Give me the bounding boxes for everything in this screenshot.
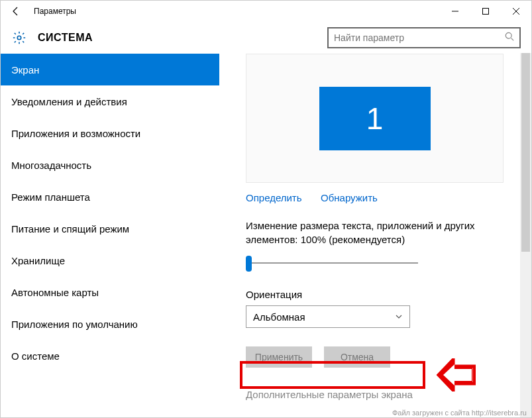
sidebar-item-label: Питание и спящий режим (11, 223, 129, 235)
sidebar-item-tablet[interactable]: Режим планшета (1, 181, 219, 213)
back-button[interactable] (6, 1, 26, 21)
sidebar-item-notifications[interactable]: Уведомления и действия (1, 85, 219, 117)
cancel-button: Отмена (324, 346, 390, 368)
sidebar-item-label: Уведомления и действия (11, 96, 127, 107)
header: СИСТЕМА (1, 22, 531, 54)
titlebar: Параметры (1, 1, 531, 22)
sidebar: Экран Уведомления и действия Приложения … (1, 54, 219, 417)
gear-icon (11, 30, 27, 46)
display-preview[interactable]: 1 (246, 54, 504, 183)
sidebar-item-label: Многозадачность (11, 160, 91, 171)
minimize-button[interactable] (440, 1, 470, 21)
sidebar-item-maps[interactable]: Автономные карты (1, 276, 219, 308)
sidebar-item-label: О системе (11, 350, 60, 362)
sidebar-item-multitasking[interactable]: Многозадачность (1, 149, 219, 181)
sidebar-item-label: Режим планшета (11, 191, 90, 203)
close-button[interactable] (501, 1, 531, 21)
window-title: Параметры (34, 7, 76, 16)
sidebar-item-about[interactable]: О системе (1, 340, 219, 372)
orientation-value: Альбомная (253, 311, 305, 323)
svg-point-5 (505, 32, 511, 38)
chevron-down-icon (395, 311, 403, 323)
svg-point-4 (17, 36, 21, 40)
scale-slider[interactable] (246, 254, 418, 273)
search-input[interactable] (334, 32, 505, 43)
sidebar-item-label: Экран (11, 64, 39, 76)
search-box[interactable] (327, 27, 521, 48)
sidebar-item-apps[interactable]: Приложения и возможности (1, 117, 219, 149)
scale-label: Изменение размера текста, приложений и д… (246, 219, 515, 246)
monitor-tile[interactable]: 1 (319, 87, 431, 150)
advanced-display-link[interactable]: Дополнительные параметры экрана (246, 384, 515, 405)
sidebar-item-display[interactable]: Экран (1, 54, 219, 85)
search-icon (505, 32, 514, 44)
apply-button: Применить (246, 346, 312, 368)
footer-note: Файл загружен с сайта http://itserebra.r… (392, 409, 527, 417)
identify-link[interactable]: Определить (246, 192, 302, 203)
svg-line-6 (511, 38, 514, 41)
svg-rect-1 (483, 9, 489, 15)
sidebar-item-label: Автономные карты (11, 287, 99, 298)
content-pane: 1 Определить Обнаружить Изменение размер… (219, 54, 531, 417)
maximize-button[interactable] (470, 1, 501, 21)
detect-link[interactable]: Обнаружить (321, 192, 378, 203)
scrollbar-thumb[interactable] (521, 53, 530, 252)
sidebar-item-default-apps[interactable]: Приложения по умолчанию (1, 308, 219, 340)
sidebar-item-label: Приложения и возможности (11, 128, 140, 139)
slider-track (246, 262, 418, 264)
orientation-select[interactable]: Альбомная (246, 305, 410, 328)
sidebar-item-storage[interactable]: Хранилище (1, 244, 219, 276)
page-title: СИСТЕМА (38, 32, 93, 44)
monitor-number: 1 (366, 101, 384, 136)
slider-thumb[interactable] (246, 256, 252, 272)
orientation-label: Ориентация (246, 289, 515, 300)
sidebar-item-label: Хранилище (11, 255, 65, 266)
sidebar-item-label: Приложения по умолчанию (11, 319, 138, 330)
scrollbar[interactable] (520, 53, 531, 417)
sidebar-item-power[interactable]: Питание и спящий режим (1, 213, 219, 244)
